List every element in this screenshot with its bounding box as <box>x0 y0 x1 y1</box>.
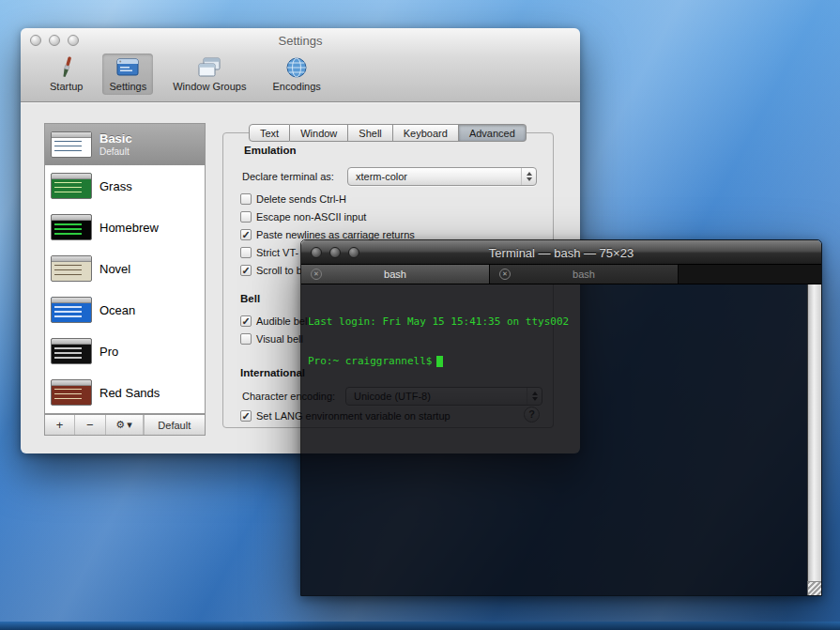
tab-close-icon[interactable]: ✕ <box>311 269 322 280</box>
profile-thumbnail-ocean <box>51 297 92 323</box>
tab-close-icon[interactable]: ✕ <box>499 269 511 280</box>
add-profile-button[interactable]: + <box>45 415 75 435</box>
profile-actions-button[interactable]: ⚙ ▾ <box>106 415 144 435</box>
terminal-window: Terminal — bash — 75×23 ✕ bash ✕ bash La… <box>300 239 822 596</box>
checkbox-scroll-to-bottom[interactable]: ✓ Scroll to b <box>240 264 302 277</box>
checkbox-box[interactable] <box>240 193 252 205</box>
checkbox-box[interactable] <box>240 247 252 258</box>
tab-text[interactable]: Text <box>249 124 290 142</box>
toolbar-label-settings: Settings <box>109 81 146 92</box>
remove-profile-button[interactable]: − <box>75 415 105 435</box>
terminal-cursor <box>436 356 443 367</box>
toolbar-item-startup[interactable]: Startup <box>43 54 89 95</box>
toolbar-label-startup: Startup <box>50 81 83 92</box>
checkbox-box[interactable]: ✓ <box>240 229 252 240</box>
declare-terminal-dropdown[interactable]: xterm-color <box>347 167 537 186</box>
settings-window-title: Settings <box>21 34 580 48</box>
terminal-tab-label: bash <box>384 269 406 280</box>
terminal-titlebar[interactable]: Terminal — bash — 75×23 <box>301 240 821 265</box>
terminal-output[interactable]: Last login: Fri May 15 15:41:35 on ttys0… <box>301 284 821 595</box>
tab-advanced[interactable]: Advanced <box>459 124 527 142</box>
gear-icon: ⚙ <box>115 419 125 431</box>
tab-keyboard[interactable]: Keyboard <box>393 124 459 142</box>
profile-name: Homebrew <box>99 221 159 235</box>
terminal-tab-label: bash <box>573 269 595 280</box>
terminal-tab-2[interactable]: ✕ bash <box>490 265 679 284</box>
declare-terminal-label: Declare terminal as: <box>242 171 334 182</box>
globe-icon <box>284 55 309 80</box>
toolbar-item-encodings[interactable]: Encodings <box>266 54 327 95</box>
pane-tabs: Text Window Shell Keyboard Advanced <box>249 124 527 142</box>
declare-terminal-value: xterm-color <box>348 171 521 182</box>
checkbox-visual-bell[interactable]: Visual bell <box>240 332 303 346</box>
profile-name: Basic <box>99 131 132 146</box>
set-default-button[interactable]: Default <box>144 415 205 435</box>
settings-toolbar: Startup Settings <box>43 54 328 95</box>
profile-default-tag: Default <box>99 146 132 158</box>
tab-shell[interactable]: Shell <box>348 124 392 142</box>
paintbrush-icon <box>54 55 79 80</box>
bell-heading: Bell <box>240 293 260 304</box>
profile-item-ocean[interactable]: Ocean <box>45 289 205 330</box>
checkbox-box[interactable] <box>240 333 252 345</box>
settings-window-icon <box>115 55 140 80</box>
profile-name: Ocean <box>99 303 135 317</box>
checkbox-strict-vt[interactable]: Strict VT- <box>240 246 298 259</box>
terminal-tab-1[interactable]: ✕ bash <box>301 265 490 284</box>
profile-item-novel[interactable]: Novel <box>45 248 205 289</box>
profile-thumbnail-red-sands <box>51 379 92 406</box>
profile-name: Pro <box>99 345 118 359</box>
checkbox-box[interactable] <box>240 211 252 223</box>
resize-grip[interactable] <box>807 581 821 595</box>
profile-item-homebrew[interactable]: Homebrew <box>45 207 205 248</box>
profile-name: Novel <box>99 262 130 276</box>
profile-item-pro[interactable]: Pro <box>45 330 205 372</box>
profile-name: Grass <box>99 179 132 193</box>
desktop-bottom-strip <box>0 622 840 630</box>
profile-thumbnail-novel <box>51 255 92 282</box>
profile-thumbnail-grass <box>51 173 92 199</box>
profile-item-grass[interactable]: Grass <box>45 165 205 207</box>
profile-item-red-sands[interactable]: Red Sands <box>45 372 205 413</box>
checkbox-box[interactable]: ✓ <box>240 315 252 327</box>
chevron-down-icon: ▾ <box>127 419 132 431</box>
toolbar-item-window-groups[interactable]: Window Groups <box>166 54 252 95</box>
profile-thumbnail-basic <box>51 131 92 158</box>
terminal-line: Last login: Fri May 15 15:41:35 on ttys0… <box>308 315 801 329</box>
profile-name: Red Sands <box>99 386 160 400</box>
profile-thumbnail-homebrew <box>51 214 92 240</box>
profile-thumbnail-pro <box>51 338 92 364</box>
toolbar-label-window-groups: Window Groups <box>173 81 246 92</box>
stepper-arrows-icon <box>521 168 536 185</box>
checkbox-delete-sends-ctrl-h[interactable]: Delete sends Ctrl-H <box>240 192 346 206</box>
checkbox-audible-bell[interactable]: ✓ Audible bell <box>240 315 310 328</box>
terminal-scrollbar[interactable] <box>807 284 821 595</box>
checkbox-box[interactable]: ✓ <box>240 265 252 276</box>
international-heading: International <box>240 367 305 378</box>
terminal-tab-bar: ✕ bash ✕ bash <box>301 265 821 284</box>
toolbar-label-encodings: Encodings <box>272 81 320 92</box>
profile-item-basic[interactable]: Basic Default <box>45 124 205 165</box>
terminal-prompt-line: Pro:~ craiggrannell$ <box>308 355 801 368</box>
settings-titlebar[interactable]: Settings Startup <box>21 28 580 102</box>
window-groups-icon <box>197 55 221 80</box>
checkbox-box[interactable]: ✓ <box>240 410 252 422</box>
emulation-heading: Emulation <box>244 145 297 156</box>
terminal-window-title: Terminal — bash — 75×23 <box>301 246 821 260</box>
profiles-footer-bar: + − ⚙ ▾ Default <box>44 414 206 436</box>
toolbar-item-settings[interactable]: Settings <box>102 54 153 95</box>
checkbox-escape-non-ascii[interactable]: Escape non-ASCII input <box>240 210 366 223</box>
tab-window[interactable]: Window <box>290 124 348 142</box>
profiles-list: Basic Default Grass Homebrew Novel Ocean <box>44 123 206 414</box>
